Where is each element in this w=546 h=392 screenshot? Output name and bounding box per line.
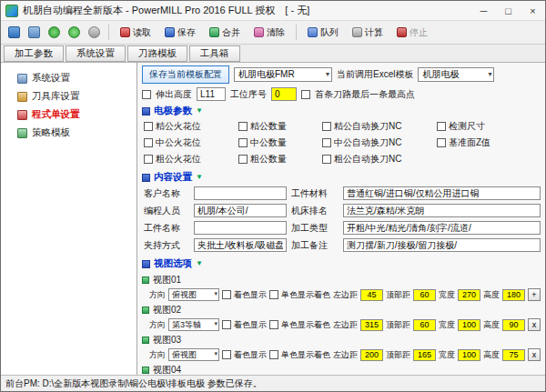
view03-direction-select[interactable]: 俯视图 [168, 348, 219, 361]
view03-height-input[interactable] [502, 349, 525, 361]
remove-view-button[interactable]: x [528, 318, 541, 331]
checkbox[interactable] [437, 122, 446, 131]
view03-width-input[interactable] [458, 349, 480, 361]
sidebar-item-program-sheet[interactable]: 程式单设置 [6, 106, 133, 123]
stop-button[interactable]: 停止 [390, 24, 434, 42]
views-section-header[interactable]: 视图选项 ▼ [142, 257, 541, 270]
template-select[interactable]: 机朋电极FMR [234, 67, 332, 82]
view01-mono-checkbox[interactable] [269, 290, 278, 299]
workpiece-name-input[interactable] [194, 221, 287, 235]
view01-left-input[interactable] [360, 289, 383, 301]
minimize-button[interactable]: ─ [471, 1, 496, 20]
excel-template-select[interactable]: 机朋电极 [418, 67, 494, 82]
clamping-method-input[interactable] [194, 238, 287, 252]
electrode-option[interactable]: 精公火花位 [144, 120, 238, 133]
electrode-option[interactable]: 中公数量 [238, 136, 322, 149]
checkbox[interactable] [238, 155, 248, 164]
view01-height-input[interactable] [502, 289, 525, 301]
sidebar-item-tool-library[interactable]: 刀具库设置 [6, 88, 133, 105]
extend-height-checkbox[interactable] [142, 90, 151, 99]
add-view-button[interactable]: + [528, 288, 541, 301]
view03-shaded-checkbox[interactable] [222, 350, 231, 359]
electrode-option[interactable]: 基准面Z值 [437, 136, 541, 149]
extend-height-input[interactable] [197, 87, 226, 101]
first-path-checkbox[interactable] [301, 90, 310, 99]
confirm-icon[interactable] [45, 24, 64, 42]
queue-icon [308, 27, 318, 37]
compute-label: 计算 [365, 26, 383, 39]
view02-left-input[interactable] [360, 319, 383, 331]
checkbox[interactable] [238, 138, 248, 147]
gear-icon-glyph [88, 26, 100, 38]
view03-top-input[interactable] [413, 349, 436, 361]
electrode-option[interactable]: 粗公自动换刀NC [322, 153, 437, 166]
view01-width-input[interactable] [458, 289, 480, 301]
electrode-option[interactable]: 粗公火花位 [144, 153, 238, 166]
machining-note-label: 加工备注 [291, 239, 339, 252]
tab-machining-params[interactable]: 加工参数 [4, 45, 64, 62]
programmer-input[interactable] [194, 204, 287, 217]
view02-top-input[interactable] [413, 319, 436, 331]
save-template-button[interactable]: 保存当前模板配置 [142, 65, 229, 84]
monitor-icon[interactable] [5, 24, 24, 42]
view02-shaded-checkbox[interactable] [222, 320, 231, 329]
customer-name-input[interactable] [194, 186, 287, 200]
checkbox[interactable] [238, 122, 248, 131]
machining-note-input[interactable] [343, 238, 541, 252]
direction-label: 方向 [149, 319, 166, 331]
station-number-input[interactable] [271, 87, 297, 101]
clear-button[interactable]: 清除 [248, 24, 291, 42]
queue-button[interactable]: 队列 [301, 24, 345, 42]
view03-left-input[interactable] [360, 349, 383, 361]
sidebar-item-strategy-template[interactable]: 策略模板 [6, 125, 133, 141]
maximize-button[interactable]: □ [496, 1, 521, 20]
tab-system-settings[interactable]: 系统设置 [66, 45, 126, 62]
save-button[interactable]: 保存 [158, 24, 202, 42]
strategy-template-icon [17, 128, 27, 138]
checkbox[interactable] [144, 155, 153, 164]
view01-direction-select[interactable]: 俯视图 [168, 288, 219, 301]
view02-direction-select[interactable]: 第3等轴 [168, 318, 219, 331]
content-section-header[interactable]: 内容设置 ▼ [142, 171, 541, 184]
checkbox[interactable] [437, 138, 446, 147]
electrode-option[interactable]: 粗公数量 [238, 153, 322, 166]
shaded-label: 着色显示 [234, 289, 267, 301]
view01-shaded-checkbox[interactable] [222, 290, 231, 299]
machine-brand-input[interactable] [343, 204, 541, 217]
read-button[interactable]: 读取 [114, 24, 157, 42]
program-sheet-icon [17, 110, 27, 120]
view02-width-input[interactable] [458, 319, 480, 331]
electrode-option[interactable]: 检测尺寸 [437, 120, 541, 133]
merge-button[interactable]: 合并 [203, 24, 247, 42]
clamping-method-label: 夹持方式 [144, 239, 189, 252]
compute-button[interactable]: 计算 [346, 24, 389, 42]
tab-toolbox[interactable]: 工具箱 [189, 45, 240, 62]
machining-type-input[interactable] [343, 221, 541, 235]
close-button[interactable]: × [521, 1, 545, 20]
tab-toolpath-template[interactable]: 刀路模板 [127, 45, 187, 62]
checkbox[interactable] [144, 138, 153, 147]
gear-icon[interactable] [85, 24, 104, 42]
save-icon [165, 27, 175, 37]
remove-view-button[interactable]: x [528, 348, 541, 361]
add-icon[interactable] [65, 24, 84, 42]
checkbox-label: 粗公数量 [250, 153, 287, 166]
workpiece-material-input[interactable] [343, 186, 541, 200]
electrode-option[interactable]: 中公火花位 [144, 136, 238, 149]
electrode-option[interactable]: 精公自动换刀NC [322, 120, 437, 133]
direction-label: 方向 [149, 289, 166, 301]
checkbox[interactable] [322, 138, 331, 147]
display-icon[interactable] [25, 24, 44, 42]
electrode-option[interactable]: 精公数量 [238, 120, 322, 133]
checkbox[interactable] [322, 122, 331, 131]
sidebar-item-system-settings[interactable]: 系统设置 [6, 70, 133, 86]
section-icon [142, 260, 150, 268]
checkbox[interactable] [322, 155, 331, 164]
view02-mono-checkbox[interactable] [269, 320, 278, 329]
view03-mono-checkbox[interactable] [269, 350, 278, 359]
view02-height-input[interactable] [502, 319, 525, 331]
electrode-option[interactable]: 中公自动换刀NC [322, 136, 437, 149]
checkbox[interactable] [144, 122, 153, 131]
electrode-section-header[interactable]: 电极参数 ▼ [142, 105, 541, 117]
view01-top-input[interactable] [413, 289, 436, 301]
